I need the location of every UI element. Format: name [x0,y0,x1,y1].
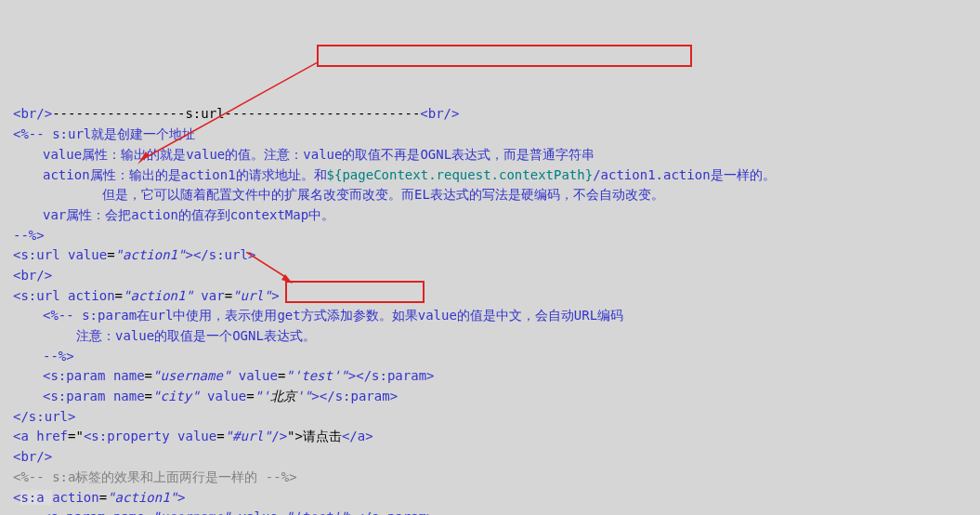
param3: <s:param name="username" value="'test'">… [13,509,435,515]
a-tag: <a href="<s:property value="#url"/>">请点击… [13,429,373,443]
l1: <br/>-----------------s:url-------------… [13,106,459,121]
annotation-box-2 [285,281,425,303]
c1: <%-- s:url就是创建一个地址 [13,126,195,141]
code-block: <br/>-----------------s:url-------------… [0,0,980,515]
url1: <s:url value="action1"></s:url> [13,247,255,262]
p3: --%> [13,347,74,367]
param1: <s:param name="username" value="'test'">… [13,368,435,383]
url2: <s:url action="action1" var="url"> [13,288,280,303]
p1: <%-- s:param在url中使用，表示使用get方式添加参数。如果valu… [13,306,623,326]
br2: <br/> [13,449,52,464]
c2: value属性：输出的就是value的值。注意：value的取值不再是OGNL表… [13,145,595,165]
c5: var属性：会把action的值存到contextMap中。 [13,205,334,226]
c6: --%> [13,228,45,243]
c3: action属性：输出的是action1的请求地址。和${pageContext… [13,167,776,182]
annotation-box-1 [317,45,692,67]
comment2: <%-- s:a标签的效果和上面两行是一样的 --%> [13,469,297,484]
param2: <s:param name="city" value="'北京'"></s:pa… [13,389,398,403]
close-url: </s:url> [13,409,75,424]
br1: <br/> [13,268,52,283]
c4: 但是，它可以随着配置文件中的扩展名改变而改变。而EL表达式的写法是硬编码，不会自… [13,185,664,205]
sa-open: <s:a action="action1"> [13,490,185,505]
p2: 注意：value的取值是一个OGNL表达式。 [13,326,316,347]
